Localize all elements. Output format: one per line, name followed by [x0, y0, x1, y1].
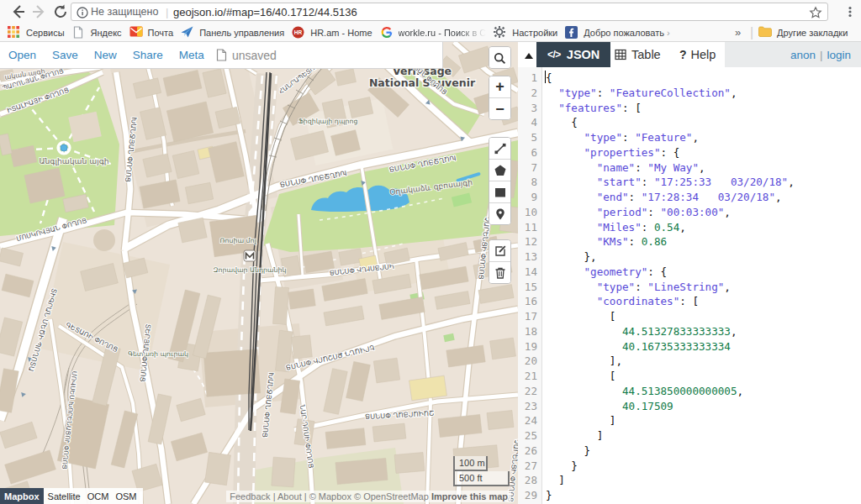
code-line: [ — [546, 369, 615, 384]
code-line: } — [546, 444, 590, 459]
save-status: unsaved — [216, 49, 277, 62]
line-number: 22 — [525, 384, 537, 399]
login-link[interactable]: login — [827, 49, 851, 61]
code-line: "features": [ — [546, 101, 642, 116]
share-menu[interactable]: Share — [133, 49, 163, 61]
zoom-out-button[interactable]: − — [489, 98, 510, 120]
layer-satellite[interactable]: Satellite — [48, 491, 81, 501]
layer-mapbox[interactable]: Mapbox — [0, 488, 44, 504]
code-line: "type": "Feature", — [546, 130, 699, 145]
editor-code[interactable]: { "type": "FeatureCollection", "features… — [546, 67, 861, 504]
bookmark-item[interactable]: Панель управления — [181, 24, 284, 41]
metro-station-icon — [244, 250, 256, 261]
bookmark-item[interactable]: Почта — [129, 24, 174, 41]
meta-menu[interactable]: Meta — [179, 49, 204, 61]
collapse-panel-button[interactable] — [525, 53, 533, 59]
code-line: ], — [546, 354, 622, 369]
facebook-icon — [565, 26, 578, 39]
bookmark-star-icon[interactable] — [809, 6, 822, 19]
draw-marker-button[interactable] — [489, 203, 510, 225]
code-line: "type": "LineString", — [546, 280, 731, 295]
auth-separator: | — [820, 49, 823, 61]
bookmark-label: Яндекс — [91, 28, 122, 38]
delete-feature-button[interactable] — [489, 262, 510, 284]
address-bar[interactable]: Не защищено | geojson.io/#map=16/40.1712… — [71, 3, 828, 21]
open-menu[interactable]: Open — [8, 49, 36, 61]
layer-ocm[interactable]: OCM — [87, 491, 109, 501]
line-number: 1 — [531, 71, 537, 86]
tab-table[interactable]: Table — [615, 42, 661, 67]
draw-polygon-icon — [494, 164, 507, 177]
code-line: "name": "My Way", — [546, 160, 705, 176]
save-menu[interactable]: Save — [52, 49, 78, 61]
mapbox-copyright[interactable]: © Mapbox — [309, 491, 351, 501]
map-label: Զորավար Անդրանիկ — [214, 266, 287, 274]
edit-toolbar — [489, 239, 511, 284]
code-line: ] — [546, 413, 615, 428]
draw-line-button[interactable] — [489, 138, 510, 160]
code-line: 40.16735333333334 — [546, 339, 731, 354]
anon-link[interactable]: anon — [790, 49, 816, 61]
bookmark-item[interactable]: Сервисы — [8, 24, 65, 41]
folder-icon — [758, 26, 772, 39]
info-icon[interactable] — [77, 7, 88, 18]
map-canvas[interactable]: VernisageNational SouvenirԱնգլիական այգի… — [0, 42, 518, 504]
line-number: 20 — [525, 354, 537, 369]
edit-feature-button[interactable] — [489, 240, 510, 262]
line-number: 10 — [525, 205, 537, 220]
page-icon — [72, 26, 86, 39]
zoom-in-button[interactable]: + — [489, 76, 510, 98]
line-number: 13 — [525, 249, 537, 265]
back-button[interactable] — [8, 3, 27, 21]
code-line: [ — [546, 309, 615, 324]
draw-rectangle-button[interactable] — [489, 181, 510, 203]
svg-text:HR: HR — [294, 29, 303, 35]
other-bookmarks-button[interactable]: Другие закладки — [758, 24, 848, 41]
new-menu[interactable]: New — [94, 49, 117, 61]
forward-button[interactable] — [30, 3, 49, 21]
improve-map-link[interactable]: Improve this map — [431, 491, 508, 501]
editor-cursor — [545, 71, 546, 83]
code-line: "type": "FeatureCollection", — [546, 86, 737, 101]
draw-line-icon — [494, 142, 507, 155]
bookmark-item[interactable]: workle.ru - Поиск в С — [380, 24, 487, 41]
line-number: 24 — [525, 413, 537, 428]
bookmark-label: Добро пожаловать — [584, 28, 664, 38]
osm-copyright[interactable]: © OpenStreetMap — [354, 491, 429, 501]
bookmark-item[interactable]: Настройки — [494, 24, 557, 41]
map[interactable]: VernisageNational SouvenirԱնգլիական այգի… — [0, 42, 518, 504]
line-number: 25 — [525, 428, 537, 444]
draw-polygon-button[interactable] — [489, 160, 510, 181]
code-line: ] — [546, 473, 565, 488]
tab-json[interactable]: </> JSON — [536, 42, 610, 67]
tab-help[interactable]: ? Help — [679, 42, 716, 67]
line-number: 14 — [525, 265, 537, 280]
code-line: "Miles": 0.54, — [546, 220, 686, 235]
layer-osm[interactable]: OSM — [115, 491, 136, 501]
bookmark-label: Настройки — [512, 28, 557, 38]
draw-toolbar — [489, 137, 511, 225]
omnibox-divider: | — [166, 6, 168, 18]
reload-button[interactable] — [51, 3, 70, 21]
feedback-link[interactable]: Feedback — [230, 491, 270, 501]
browser-menu-icon[interactable] — [844, 6, 856, 18]
editor-gutter: 1234567891011121314151617181920212223242… — [518, 67, 542, 504]
search-button[interactable] — [489, 47, 510, 69]
bookmark-item[interactable]: Яндекс — [72, 24, 122, 41]
geojson-toolbar: Open Save New Share Meta unsaved — [0, 42, 443, 69]
search-icon — [494, 52, 506, 65]
line-number: 15 — [525, 280, 537, 295]
line-number: 7 — [531, 160, 537, 176]
line-number: 2 — [531, 86, 537, 101]
hr-badge-icon: HR — [292, 26, 305, 39]
about-link[interactable]: About — [277, 491, 302, 501]
bookmark-item[interactable]: HRHR.am - Home — [292, 24, 372, 41]
code-line: } — [546, 459, 578, 474]
panel-tabbar: anon | login </> JSON Table ? Help — [518, 42, 861, 67]
map-label: Անգլիական այգի — [40, 156, 109, 165]
bookmarks-overflow-chevron[interactable]: » — [735, 26, 741, 39]
attrib-separator: | — [273, 491, 276, 501]
bookmark-item[interactable]: Добро пожаловать› — [565, 24, 669, 41]
draw-rectangle-icon — [494, 186, 507, 199]
code-editor[interactable]: 1234567891011121314151617181920212223242… — [518, 67, 861, 504]
